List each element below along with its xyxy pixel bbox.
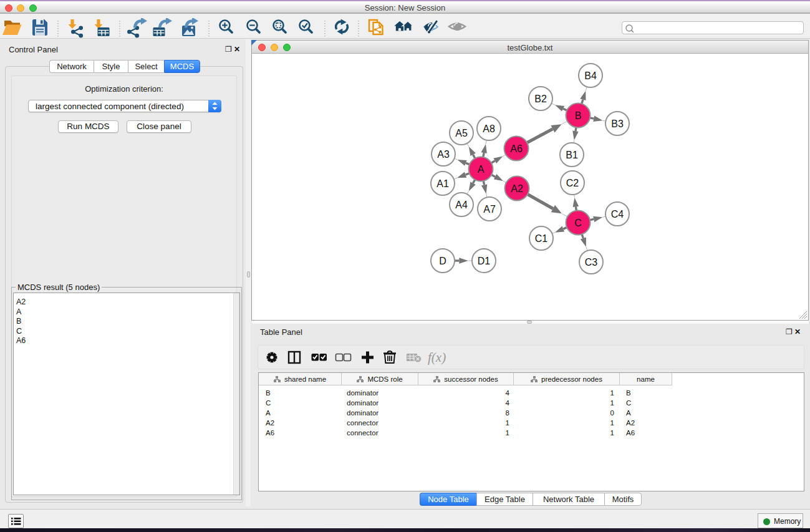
svg-text:A5: A5	[455, 128, 468, 138]
svg-text:A6: A6	[510, 143, 523, 154]
svg-text:B2: B2	[534, 94, 547, 104]
svg-text:A1: A1	[436, 178, 449, 189]
svg-text:D: D	[439, 256, 446, 266]
svg-text:D1: D1	[478, 256, 491, 266]
svg-text:B4: B4	[584, 70, 597, 81]
svg-text:A7: A7	[483, 204, 496, 215]
svg-text:A2: A2	[511, 183, 523, 194]
svg-text:A8: A8	[483, 123, 495, 134]
svg-text:A3: A3	[437, 149, 450, 160]
svg-text:C1: C1	[535, 233, 548, 244]
svg-text:C2: C2	[566, 178, 579, 188]
svg-text:f(x): f(x)	[428, 350, 446, 365]
svg-text:B3: B3	[611, 118, 624, 129]
svg-text:C3: C3	[585, 257, 598, 268]
svg-text:B: B	[575, 110, 582, 121]
svg-text:A4: A4	[455, 200, 468, 210]
svg-text:C: C	[574, 218, 582, 228]
svg-text:A: A	[478, 164, 485, 175]
svg-text:C4: C4	[611, 209, 624, 220]
svg-text:B1: B1	[566, 150, 578, 160]
